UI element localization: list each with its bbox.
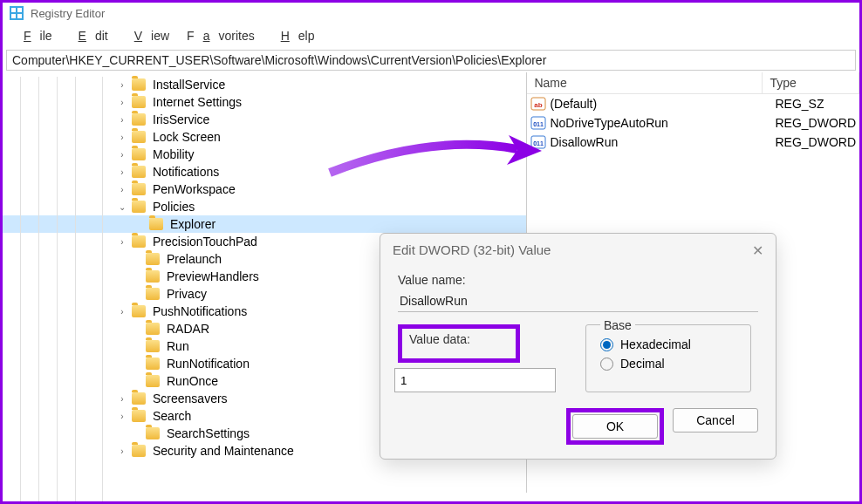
value-name: NoDriveTypeAutoRun [550, 116, 775, 130]
address-bar[interactable]: Computer\HKEY_CURRENT_USER\Software\Micr… [6, 50, 856, 71]
folder-icon [146, 253, 160, 265]
cancel-button[interactable]: Cancel [673, 408, 758, 432]
value-name: DisallowRun [550, 135, 775, 149]
list-row[interactable]: 011DisallowRunREG_DWORD [527, 133, 859, 152]
chevron-icon: › [116, 446, 128, 456]
tree-item[interactable]: ›PenWorkspace [3, 180, 526, 198]
tree-label: PushNotifications [149, 304, 250, 318]
folder-icon [132, 131, 146, 143]
svg-rect-2 [17, 8, 22, 12]
value-type: REG_DWORD [775, 135, 856, 149]
value-data-highlight: Value data: [398, 324, 520, 363]
chevron-icon: ⌄ [116, 202, 128, 212]
value-data-label: Value data: [409, 332, 509, 346]
chevron-icon: › [116, 185, 128, 194]
chevron-icon: › [116, 80, 128, 90]
menu-help[interactable]: Help [263, 25, 324, 46]
chevron-icon: › [116, 412, 128, 421]
folder-icon [146, 427, 160, 439]
col-type[interactable]: Type [763, 72, 859, 93]
folder-icon [132, 410, 146, 422]
tree-label: InstallService [149, 78, 229, 92]
svg-text:011: 011 [534, 121, 544, 127]
tree-item[interactable]: ›InstallService [3, 76, 526, 93]
tree-label: Privacy [163, 287, 210, 301]
base-label: Base [600, 318, 635, 332]
list-row[interactable]: 011NoDriveTypeAutoRunREG_DWORD [527, 113, 859, 133]
value-type: REG_SZ [775, 97, 856, 111]
tree-label: RunNotification [163, 357, 253, 371]
tree-label: Mobility [149, 147, 197, 161]
ok-highlight: OK [566, 408, 664, 445]
chevron-icon: › [116, 237, 128, 247]
value-data-input[interactable] [394, 368, 556, 392]
radio-icon [600, 338, 613, 351]
folder-icon [132, 96, 146, 108]
tree-item[interactable]: ›Internet Settings [3, 93, 526, 111]
svg-text:011: 011 [534, 140, 544, 146]
value-name: (Default) [550, 97, 775, 111]
value-name-label: Value name: [398, 273, 758, 287]
menu-view[interactable]: View [117, 25, 178, 46]
ok-button[interactable]: OK [572, 414, 658, 439]
menu-favorites[interactable]: Favorites [178, 25, 263, 46]
folder-icon [146, 288, 160, 300]
list-row[interactable]: ab(Default)REG_SZ [527, 94, 859, 113]
tree-label: Notifications [149, 165, 222, 179]
folder-icon [146, 375, 160, 387]
svg-text:ab: ab [535, 101, 543, 109]
folder-icon [146, 340, 160, 352]
menu-file[interactable]: File [6, 25, 61, 46]
window-title: Registry Editor [31, 7, 105, 20]
close-icon[interactable]: ✕ [752, 242, 763, 259]
radio-hexadecimal[interactable]: Hexadecimal [600, 337, 736, 351]
tree-item[interactable]: ›Lock Screen [3, 128, 526, 146]
tree-label: Security and Maintenance [149, 444, 298, 458]
tree-label: Internet Settings [149, 95, 245, 109]
menu-edit[interactable]: Edit [61, 25, 117, 46]
value-type: REG_DWORD [775, 116, 856, 130]
chevron-icon: › [116, 115, 128, 125]
chevron-icon: › [116, 307, 128, 317]
tree-label: PrecisionTouchPad [149, 235, 261, 249]
radio-decimal[interactable]: Decimal [600, 357, 736, 371]
folder-icon [132, 201, 146, 213]
tree-label: Lock Screen [149, 130, 224, 144]
titlebar: Registry Editor [3, 3, 859, 24]
folder-icon [146, 358, 160, 370]
chevron-icon: › [116, 150, 128, 160]
folder-icon [132, 78, 146, 91]
tree-item[interactable]: ⌄Policies [3, 198, 526, 215]
menubar: File Edit View Favorites Help [3, 24, 859, 48]
tree-label: RADAR [163, 322, 213, 336]
tree-label: Policies [149, 200, 198, 214]
tree-label: Search [149, 409, 195, 423]
tree-label: Screensavers [149, 392, 231, 405]
radio-icon [600, 358, 613, 371]
tree-label: IrisService [149, 112, 213, 126]
col-name[interactable]: Name [527, 72, 763, 93]
tree-item[interactable]: ›Notifications [3, 163, 526, 180]
folder-icon [132, 113, 146, 126]
tree-label: Run [163, 339, 193, 353]
value-name-field[interactable]: DisallowRun [398, 290, 758, 312]
regedit-icon [10, 6, 24, 20]
tree-item[interactable]: Explorer [3, 215, 526, 233]
tree-item[interactable]: ›Mobility [3, 146, 526, 163]
edit-dword-dialog: Edit DWORD (32-bit) Value ✕ Value name: … [380, 233, 776, 460]
dialog-title: Edit DWORD (32-bit) Value [393, 242, 551, 259]
base-fieldset: Base Hexadecimal Decimal [585, 324, 751, 392]
tree-label: SearchSettings [163, 426, 253, 440]
folder-icon [149, 218, 163, 230]
folder-icon [132, 183, 146, 195]
svg-rect-4 [17, 14, 22, 18]
tree-label: Explorer [167, 217, 219, 231]
folder-icon [132, 166, 146, 178]
folder-icon [132, 235, 146, 248]
svg-rect-1 [11, 8, 16, 12]
tree-item[interactable]: ›IrisService [3, 111, 526, 128]
chevron-icon: › [116, 167, 128, 177]
tree-label: PenWorkspace [149, 182, 239, 196]
tree-label: Prelaunch [163, 252, 225, 266]
tree-label: RunOnce [163, 374, 222, 388]
